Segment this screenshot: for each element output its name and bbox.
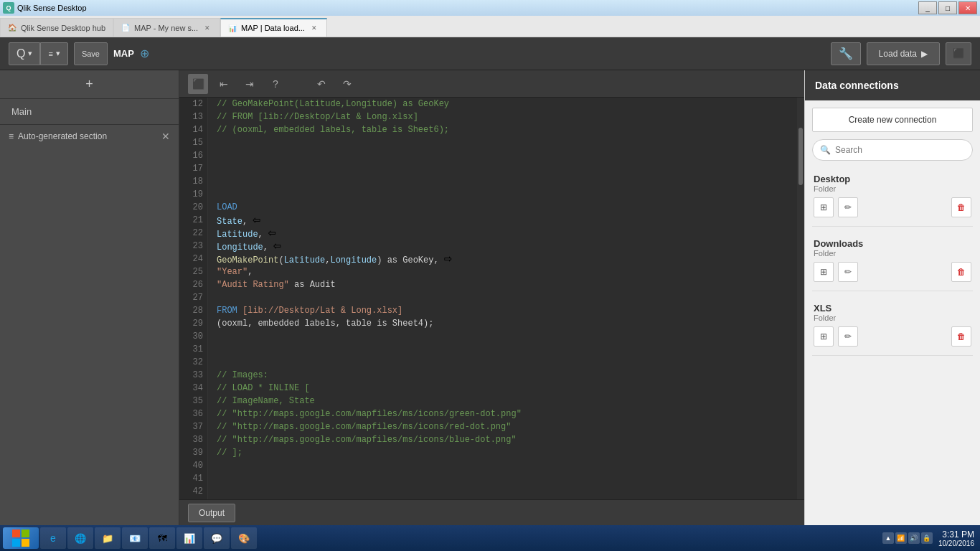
minimize-button[interactable]: _ <box>918 1 937 14</box>
scroll-track[interactable] <box>797 98 804 499</box>
taskbar-app-files[interactable]: 📁 <box>95 527 121 549</box>
app-name-icon: ⊕ <box>140 47 149 60</box>
start-button[interactable] <box>3 527 39 549</box>
connection-name-desktop: Desktop <box>814 174 971 184</box>
tab-load[interactable]: 📊 MAP | Data load... ✕ <box>220 18 327 37</box>
code-editor[interactable]: 1213141516171819202122232425262728293031… <box>179 98 797 499</box>
title-bar: Q Qlik Sense Desktop _ □ ✕ <box>0 0 980 16</box>
delete-button-xls[interactable]: 🗑 <box>951 326 971 347</box>
taskbar-app-outlook[interactable]: 📧 <box>122 527 148 549</box>
tray-network-icon[interactable]: 📶 <box>895 532 907 544</box>
tray-up-icon[interactable]: ▲ <box>882 532 894 544</box>
help-button[interactable]: ? <box>265 74 286 94</box>
trash-icon-xls: 🗑 <box>957 331 966 342</box>
save-button[interactable]: Save <box>74 42 108 65</box>
close-button[interactable]: ✕ <box>958 1 977 14</box>
undo-button[interactable]: ↶ <box>311 74 331 94</box>
search-icon: 🔍 <box>820 145 831 155</box>
connection-name-downloads: Downloads <box>814 238 971 249</box>
right-panel-header: Data connections <box>805 70 980 100</box>
load-tab-close[interactable]: ✕ <box>309 23 319 33</box>
editor-toolbar: ⬛ ⇤ ⇥ ? ↶ ↷ <box>179 70 804 98</box>
debug-mode-icon: ⬛ <box>192 78 204 90</box>
title-bar-controls[interactable]: _ □ ✕ <box>918 1 977 14</box>
svg-rect-2 <box>12 539 20 547</box>
undo-icon: ↶ <box>317 78 326 90</box>
table-icon-downloads: ⊞ <box>820 267 827 277</box>
table-icon-desktop: ⊞ <box>820 202 827 212</box>
taskbar-app-ie[interactable]: e <box>40 527 66 549</box>
indent-increase-button[interactable]: ⇥ <box>240 74 260 94</box>
taskbar-tray: ▲ 📶 🔊 🔒 3:31 PM 10/20/2016 <box>882 529 977 547</box>
edit-button-desktop[interactable]: ✏ <box>838 197 858 217</box>
outlook-icon: 📧 <box>129 533 141 544</box>
tray-security-icon[interactable]: 🔒 <box>921 532 933 544</box>
sidebar-section-autogenerated[interactable]: ≡ Auto-generated section ✕ <box>0 125 179 148</box>
connection-item-desktop: Desktop Folder ⊞ ✏ 🗑 <box>805 168 980 220</box>
edit-button-downloads[interactable]: ✏ <box>838 262 858 282</box>
add-icon: + <box>85 77 93 92</box>
hub-tab-icon: 🏠 <box>8 24 17 32</box>
search-box[interactable]: 🔍 <box>812 139 973 161</box>
sidebar-main-label: Main <box>11 106 32 117</box>
connection-actions-xls: ⊞ ✏ 🗑 <box>814 326 971 347</box>
connection-item-downloads: Downloads Folder ⊞ ✏ 🗑 <box>805 232 980 285</box>
divider-2 <box>812 291 973 291</box>
output-button[interactable]: Output <box>188 504 235 522</box>
connection-type-downloads: Folder <box>814 249 971 258</box>
connection-item-xls: XLS Folder ⊞ ✏ 🗑 <box>805 297 980 349</box>
delete-button-desktop[interactable]: 🗑 <box>951 197 971 217</box>
sheet-tab-close[interactable]: ✕ <box>202 23 212 33</box>
connection-type-xls: Folder <box>814 314 971 322</box>
section-menu-icon: ≡ <box>9 131 14 141</box>
nav-buttons: Q ▾ ≡ ▾ <box>9 42 68 65</box>
taskbar-app-chrome[interactable]: 🌐 <box>67 527 93 549</box>
select-data-button-xls[interactable]: ⊞ <box>814 326 834 347</box>
tray-time[interactable]: 3:31 PM 10/20/2016 <box>936 529 977 547</box>
code-content[interactable]: // GeoMakePoint(Latitude,Longitude) as G… <box>208 98 797 499</box>
edit-icon-xls: ✏ <box>844 331 852 342</box>
debug-button[interactable]: 🔧 <box>831 42 861 65</box>
menu-button[interactable]: ≡ ▾ <box>40 42 67 65</box>
taskbar-app-paint[interactable]: 🎨 <box>231 527 257 549</box>
divider-3 <box>812 355 973 356</box>
maximize-button[interactable]: □ <box>938 1 957 14</box>
chrome-icon: 🌐 <box>75 533 86 544</box>
search-input[interactable] <box>835 145 965 155</box>
sidebar-add-button[interactable]: + <box>0 70 179 99</box>
tray-volume-icon[interactable]: 🔊 <box>908 532 920 544</box>
connection-type-desktop: Folder <box>814 184 971 193</box>
scroll-thumb[interactable] <box>798 128 803 185</box>
select-data-button-desktop[interactable]: ⊞ <box>814 197 834 217</box>
tab-sheet[interactable]: 📄 MAP - My new s... ✕ <box>113 18 220 37</box>
taskbar-app-skype[interactable]: 💬 <box>204 527 230 549</box>
connection-actions-desktop: ⊞ ✏ 🗑 <box>814 197 971 217</box>
skype-icon: 💬 <box>211 533 222 544</box>
debug-mode-button[interactable]: ⬛ <box>188 74 208 94</box>
help-icon: ? <box>273 78 278 90</box>
monitor-button[interactable]: ⬛ <box>946 42 971 65</box>
taskbar-app-excel[interactable]: 📊 <box>176 527 202 549</box>
edit-button-xls[interactable]: ✏ <box>838 326 858 347</box>
select-data-button-downloads[interactable]: ⊞ <box>814 262 834 282</box>
trash-icon-downloads: 🗑 <box>957 267 966 277</box>
create-connection-button[interactable]: Create new connection <box>812 108 973 132</box>
delete-button-downloads[interactable]: 🗑 <box>951 262 971 282</box>
indent-decrease-button[interactable]: ⇤ <box>214 74 234 94</box>
tab-hub[interactable]: 🏠 Qlik Sense Desktop hub <box>0 18 113 37</box>
sheet-tab-icon: 📄 <box>121 24 130 32</box>
sidebar-section-close[interactable]: ✕ <box>161 131 170 142</box>
tab-bar: 🏠 Qlik Sense Desktop hub 📄 MAP - My new … <box>0 16 980 37</box>
back-button[interactable]: Q ▾ <box>9 42 40 65</box>
data-connections-title: Data connections <box>815 80 899 91</box>
sheet-tab-label: MAP - My new s... <box>134 24 198 32</box>
taskbar-app-maps[interactable]: 🗺 <box>149 527 175 549</box>
redo-button[interactable]: ↷ <box>337 74 357 94</box>
sidebar-item-main[interactable]: Main <box>0 99 179 125</box>
main-layout: + Main ≡ Auto-generated section ✕ ⬛ ⇤ ⇥ … <box>0 70 980 525</box>
load-data-icon: ▶ <box>921 49 928 59</box>
load-tab-label: MAP | Data load... <box>241 24 305 32</box>
divider-1 <box>812 226 973 227</box>
load-data-button[interactable]: Load data ▶ <box>867 42 940 65</box>
tray-clock: 3:31 PM <box>938 529 974 540</box>
